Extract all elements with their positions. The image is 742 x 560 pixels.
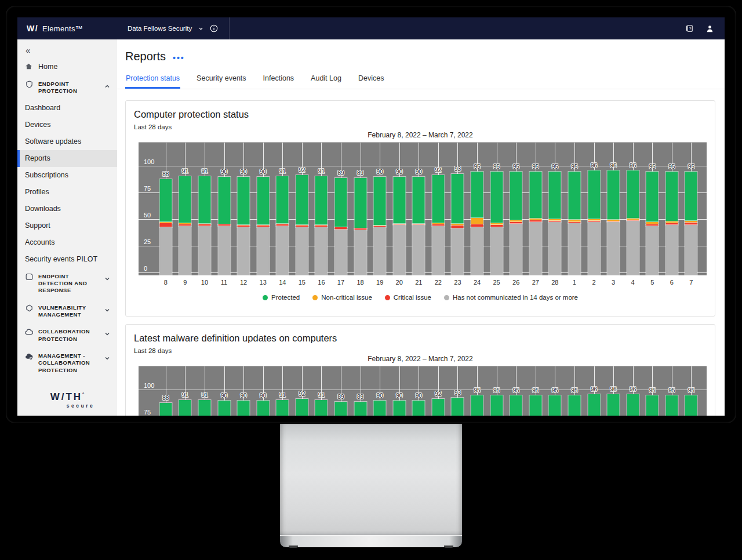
bar-day-18[interactable]: [354, 402, 366, 416]
bar-day-22[interactable]: [432, 399, 444, 416]
sidebar-item-devices[interactable]: Devices: [17, 117, 117, 133]
sidebar-item-reports[interactable]: Reports: [17, 150, 117, 167]
bar-segment-protected: [588, 170, 600, 219]
page-menu-button[interactable]: •••: [173, 53, 185, 63]
bar-day-17[interactable]: [334, 402, 347, 416]
bar-day-25[interactable]: [490, 395, 503, 416]
bar-segment-has-not-communicated-in-14-days-or-more: [529, 222, 541, 275]
bar-segment: [393, 401, 405, 416]
bar-day-11[interactable]: [218, 401, 230, 416]
bar-segment-has-not-communicated-in-14-days-or-more: [218, 226, 230, 275]
bar-day-5[interactable]: [646, 395, 659, 416]
bar-day-9[interactable]: [179, 400, 191, 416]
bar-day-3[interactable]: [608, 394, 620, 416]
bar-day-12[interactable]: [238, 177, 250, 275]
bar-day-14[interactable]: [277, 176, 289, 275]
bar-day-12[interactable]: [238, 401, 250, 416]
bar-day-15[interactable]: [296, 399, 308, 416]
bar-day-7[interactable]: [685, 172, 697, 275]
bar-day-21[interactable]: [413, 401, 425, 416]
bar-day-24[interactable]: [471, 395, 483, 416]
sidebar-item-profiles[interactable]: Profiles: [17, 184, 117, 201]
bar-value-label: 95: [649, 387, 656, 394]
plot-column: 93: [448, 143, 468, 275]
bar-day-2[interactable]: [588, 170, 600, 275]
tab-protection-status[interactable]: Protection status: [125, 71, 180, 89]
bar-day-8[interactable]: [159, 403, 172, 416]
sidebar-item-accounts[interactable]: Accounts: [17, 234, 117, 251]
bar-day-23[interactable]: [452, 398, 464, 416]
bar-day-10[interactable]: [198, 176, 210, 275]
bar-day-6[interactable]: [665, 395, 678, 416]
sidebar-item-dashboard[interactable]: Dashboard: [17, 100, 117, 117]
sidebar-item-security-events-pilot[interactable]: Security events PILOT: [17, 251, 117, 268]
bar-day-19[interactable]: [374, 401, 386, 416]
bar-day-28[interactable]: [549, 172, 561, 275]
sidebar-section-collaboration-protection[interactable]: COLLABORATION PROTECTION: [17, 323, 117, 347]
bar-day-16[interactable]: [315, 400, 328, 416]
bar-segment: [471, 395, 483, 416]
tab-devices[interactable]: Devices: [358, 71, 384, 89]
bar-day-9[interactable]: [179, 176, 191, 275]
bar-segment-protected: [432, 175, 444, 224]
bar-day-17[interactable]: [334, 178, 347, 275]
bar-day-7[interactable]: [685, 395, 697, 416]
bar-day-26[interactable]: [510, 395, 522, 416]
plot-column: 90: [409, 143, 429, 275]
bar-day-4[interactable]: [627, 394, 639, 416]
sidebar-section-endpoint-protection[interactable]: ENDPOINT PROTECTION: [17, 75, 117, 100]
tab-audit-log[interactable]: Audit Log: [310, 71, 342, 89]
bar-day-27[interactable]: [529, 395, 541, 416]
help-icon[interactable]: ?: [685, 24, 694, 33]
sidebar-item-downloads[interactable]: Downloads: [17, 201, 117, 217]
sidebar-item-support[interactable]: Support: [17, 217, 117, 234]
bar-day-15[interactable]: [296, 175, 308, 275]
bar-value-label: 95: [474, 387, 480, 394]
bar-day-11[interactable]: [218, 177, 230, 275]
bar-day-20[interactable]: [393, 177, 405, 275]
bar-segment: [568, 395, 580, 416]
bar-day-10[interactable]: [198, 400, 210, 416]
bar-day-18[interactable]: [354, 178, 366, 275]
bar-day-26[interactable]: [510, 172, 522, 275]
org-selector[interactable]: Data Fellows Security: [128, 25, 205, 32]
sidebar-collapse-button[interactable]: «: [23, 44, 32, 56]
plot-column: 95: [642, 143, 662, 275]
sidebar-section-management-collaboration-protection[interactable]: MANAGEMENT - COLLABORATION PROTECTION: [17, 347, 117, 379]
bar-day-1[interactable]: [568, 172, 580, 275]
bar-day-19[interactable]: [374, 177, 386, 275]
plot-column: 88: [156, 366, 176, 416]
bar-day-25[interactable]: [490, 172, 503, 275]
bar-day-6[interactable]: [665, 172, 678, 275]
bar-day-14[interactable]: [277, 400, 289, 416]
tab-infections[interactable]: Infections: [263, 71, 295, 89]
tab-security-events[interactable]: Security events: [196, 71, 246, 89]
cloud-gear-icon: [24, 352, 34, 361]
bar-day-20[interactable]: [393, 401, 405, 416]
sidebar-item-subscriptions[interactable]: Subscriptions: [17, 167, 117, 184]
bar-value-label: 93: [454, 390, 461, 396]
bar-day-5[interactable]: [646, 172, 659, 275]
user-icon[interactable]: [705, 24, 714, 33]
bar-day-13[interactable]: [257, 401, 269, 416]
bar-day-4[interactable]: [627, 170, 639, 275]
bar-day-22[interactable]: [432, 175, 444, 275]
bar-day-23[interactable]: [452, 174, 464, 275]
bar-day-24[interactable]: [471, 172, 483, 275]
bar-day-21[interactable]: [413, 177, 425, 275]
info-icon[interactable]: [209, 24, 219, 33]
bar-day-8[interactable]: [159, 179, 172, 275]
bar-day-16[interactable]: [315, 176, 328, 275]
bar-day-1[interactable]: [568, 395, 580, 416]
sidebar-section-vulnerability-management[interactable]: VULNERABILITY MANAGEMENT: [17, 299, 117, 323]
plot-column: 91: [272, 366, 292, 416]
bar-day-3[interactable]: [608, 170, 620, 275]
bar-day-27[interactable]: [529, 172, 541, 275]
sidebar-section-endpoint-detection-and-response[interactable]: ENDPOINT DETECTION AND RESPONSE: [17, 268, 117, 299]
sidebar-item-home[interactable]: Home: [17, 57, 117, 75]
bar-day-2[interactable]: [588, 394, 600, 416]
bar-day-28[interactable]: [549, 395, 561, 416]
sidebar-item-software-updates[interactable]: Software updates: [17, 133, 117, 150]
bar-day-13[interactable]: [257, 177, 269, 275]
brand-mark: W/: [27, 24, 38, 33]
